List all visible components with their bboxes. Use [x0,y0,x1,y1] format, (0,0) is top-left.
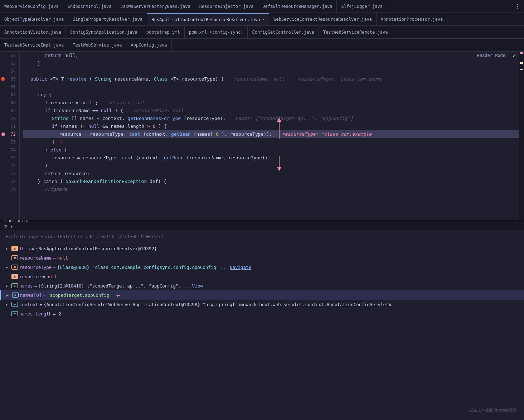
gutter-line-71: 71 [0,122,16,130]
code-line-78: } catch ( NoSuchBeanDefinitionException … [23,178,519,185]
var-val-resource: null [47,274,57,279]
debug-variables-list: ▶ ≡ this = {BusApplicationContextResourc… [0,242,524,320]
gutter-line-75: 75 [0,154,16,162]
debug-var-resourcename[interactable]: ▶ p resourceName = null [0,253,524,262]
code-content: Reader Mode ✓ return null; } public <T> … [20,52,519,220]
var-icon-resourcetype: p [11,265,18,270]
scroll-marker-yellow-2 [520,69,523,70]
gutter-line-77: 77 [0,170,16,178]
code-line-76: } [23,162,519,170]
red-left-arrow-icon: ← [116,291,120,299]
code-line-72: resource = resourceType. cast (context. … [23,130,519,138]
editor-area: 62 63 64 🔴 65 66 67 68 69 70 71 72 73 74… [0,52,524,220]
tab-annotationvisitor[interactable]: AnnotationVisitor.java [0,26,66,39]
line-number-gutter: 62 63 64 🔴 65 66 67 68 69 70 71 72 73 74… [0,52,20,220]
tab-configgetcontroller[interactable]: ConfigGetController.java [248,26,319,39]
var-icon-resource: ≡ [11,274,18,279]
debug-panel: ▽ ▾ Evaluate expression (Enter) or add a… [0,222,524,320]
code-line-68: T resource = null ; resource: null [23,99,519,107]
tab-resourceinjector[interactable]: ResourceInjector.java [195,0,258,13]
code-line-74: } else { [23,146,519,154]
tab-testwebserviceimpl[interactable]: TestWebServiceImpl.java [0,39,68,52]
debug-expression-bar[interactable]: Evaluate expression (Enter) or add a wat… [0,231,524,242]
expand-arrow-context[interactable]: ▶ [6,303,11,306]
tab-defaultresourcemanager[interactable]: DefaultResourceManager.java [258,0,337,13]
gutter-line-66: 66 [0,83,16,91]
tab-bar-row3: AnnotationVisitor.java ConfigSyncApplica… [0,26,524,39]
gutter-line-69: 69 [0,107,16,115]
var-val-resourcetype: {Class@6838} "class com.example.configsy… [57,265,219,270]
code-line-65: public <T> T resolve ( String resourceNa… [23,75,519,83]
gutter-line-64: 64 [0,67,16,75]
tab-bar-row4: TestWebServiceImpl.java TestWebService.j… [0,39,524,52]
debug-var-names[interactable]: ▶ ≡ names = {String[2]@10410} ["scopedTa… [0,281,524,290]
code-line-64 [23,67,519,75]
debug-var-this[interactable]: ▶ ≡ this = {BusApplicationContextResourc… [0,244,524,253]
expand-arrow-this[interactable]: ▶ [6,247,11,251]
tab-slf4jlogger[interactable]: Slf4jLogger.java [337,0,387,13]
tab-bootstrap-yml[interactable]: bootstrap.yml [142,26,185,39]
var-val-context: {AnnotationConfigServletWebServerApplica… [44,302,391,307]
tab-testwebservice[interactable]: TestWebService.java [68,39,126,52]
tab-jaxwsserverfactorybean[interactable]: JaxWsServerFactoryBean.java [116,0,195,13]
var-val-names: {String[2]@10410} ["scopedTarget.ap...",… [38,283,181,289]
var-icon-nameslength: ∞ [11,311,18,316]
code-line-71: if (names != null && names.length > 0 ) … [23,122,519,130]
debug-var-resourcetype[interactable]: ▶ p resourceType = {Class@6838} "class c… [0,262,524,272]
gutter-line-72: 72 [0,130,16,138]
code-line-79: //ignore [23,185,519,193]
debug-var-names0[interactable]: ▶ ∞ names[0] = "scopedTarget.appConfig" … [0,290,524,300]
debug-var-resource[interactable]: ▶ ≡ resource = null [0,272,524,281]
tab-close-icon[interactable]: × [262,17,265,22]
debug-var-nameslength[interactable]: ▶ ∞ names.length = 2 [0,309,524,318]
debug-expression-placeholder: Evaluate expression (Enter) or add a wat… [6,234,164,239]
var-icon-names0: ∞ [12,293,19,298]
tab-appconfig[interactable]: AppConfig.java [126,39,171,52]
tab-webservicecontextresourceresolver[interactable]: WebServiceContextResourceResolver.java [269,13,377,26]
expand-arrow-names0[interactable]: ▶ [6,293,12,297]
code-line-67: try { [23,91,519,99]
gutter-line-79: 79 [0,185,16,193]
tab-overflow-button[interactable]: ⋮ [511,3,524,10]
var-icon-context: ∞ [11,302,18,307]
editor-scrollbar[interactable] [519,52,524,220]
debug-toolbar: ▽ ▾ [0,222,524,231]
var-icon-resourcename: p [11,255,18,260]
var-icon-names: ≡ [11,283,18,288]
gutter-line-70: 70 [0,115,16,122]
scroll-marker-red-1 [520,52,523,54]
tab-webserviceconfig[interactable]: WebServiceConfig.java [0,0,63,13]
code-line-77: return resource; [23,170,519,178]
gutter-line-62: 62 [0,52,16,59]
breakpoint-dot-72 [1,132,5,136]
debug-var-context[interactable]: ▶ ∞ context = {AnnotationConfigServletWe… [0,300,524,309]
gutter-line-68: 68 [0,99,16,107]
code-line-66 [23,83,519,91]
tab-busapplicationcontextresourceresolver[interactable]: BusApplicationContextResourceResolver.ja… [147,13,269,26]
tab-configsyncapplication[interactable]: ConfigSyncApplication.java [66,26,142,39]
gutter-line-78: 78 [0,178,16,185]
gutter-line-76: 76 [0,162,16,170]
var-val-names0: "scopedTarget.appConfig" [47,293,112,298]
gutter-line-63: 63 [0,59,16,67]
gutter-line-67: 67 [0,91,16,99]
tab-objecttyperesolver[interactable]: ObjectTypeResolver.java [0,13,68,26]
scroll-marker-yellow [520,62,523,64]
tab-endpointimpl[interactable]: EndpointImpl.java [63,0,116,13]
tab-singlepropertyresolver[interactable]: SinglePropertyResolver.java [68,13,147,26]
tab-pom-xml[interactable]: pom.xml (config-sync) [185,26,248,39]
filter-icon[interactable]: ▽ [4,223,7,229]
expand-arrow-names[interactable]: ▶ [6,284,11,288]
code-line-75: resource = resourceType. cast (context. … [23,154,519,162]
navigate-link-resourcetype[interactable]: Navigate [230,265,251,270]
expand-arrow-resourcetype[interactable]: ▶ [6,265,11,269]
var-val-this: {BusApplicationContextResourceResolver@1… [36,246,157,251]
code-line-69: if (resourceName == null ) { resourceNam… [23,107,519,115]
tab-testwebserviceremote[interactable]: TestWebServiceRemote.java [319,26,393,39]
tab-annotationprocessor[interactable]: AnnotationProcessor.java [377,13,447,26]
expand-all-icon[interactable]: ▾ [10,223,13,229]
code-line-63: } [23,59,519,67]
run-icon-65: 🔴 [1,75,5,83]
view-link-names[interactable]: View [192,283,203,289]
code-line-73: } } [23,138,519,146]
